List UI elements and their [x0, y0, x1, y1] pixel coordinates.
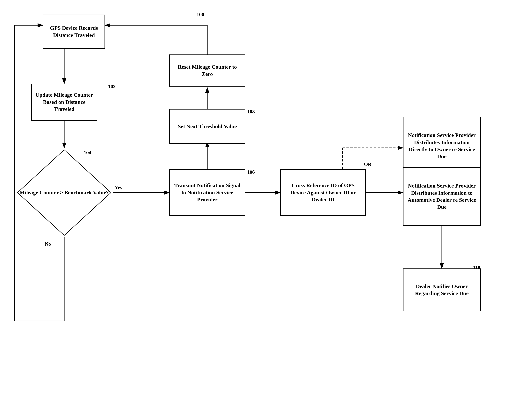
- label-106: 106: [247, 169, 255, 175]
- box-112: Cross Reference ID of GPS Device Against…: [280, 169, 366, 216]
- label-100: 100: [197, 12, 204, 17]
- box-114: Notification Service Provider Distribute…: [403, 117, 481, 175]
- box-110: Reset Mileage Counter to Zero: [169, 54, 245, 87]
- box-102: Update Mileage Counter Based on Distance…: [31, 84, 97, 121]
- box-118: Dealer Notifies Owner Regarding Service …: [403, 269, 481, 311]
- box-108: Set Next Threshold Value: [169, 109, 245, 144]
- label-102: 102: [108, 84, 116, 90]
- label-yes: Yes: [115, 185, 122, 191]
- box-116: Notification Service Provider Distribute…: [403, 167, 481, 226]
- box-106: Transmit Notification Signal to Notifica…: [169, 169, 245, 216]
- label-no: No: [45, 241, 51, 247]
- flowchart-container: 100 GPS Device Records Distance Traveled…: [0, 0, 515, 420]
- box-100: GPS Device Records Distance Traveled: [43, 15, 105, 49]
- diamond-104: Mileage Counter ≥ Benchmark Value?: [15, 148, 113, 237]
- label-or: OR: [364, 161, 371, 167]
- label-108: 108: [247, 109, 255, 115]
